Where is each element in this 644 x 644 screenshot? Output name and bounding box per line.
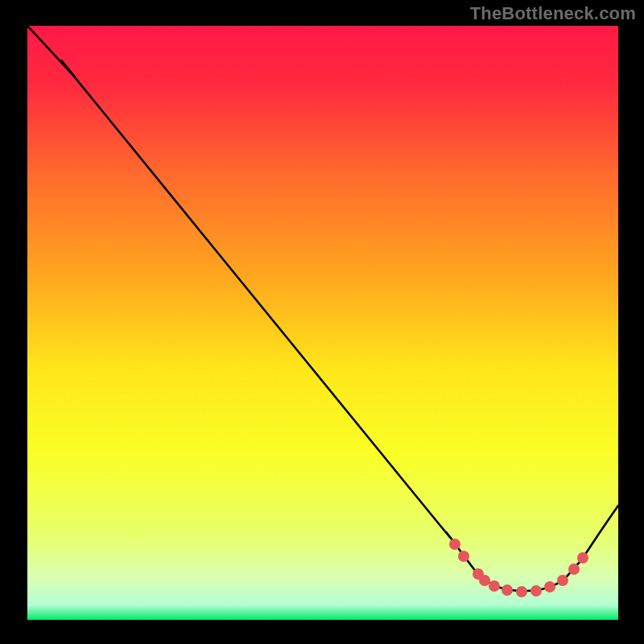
marker-point — [516, 586, 527, 597]
marker-point — [489, 580, 500, 592]
marker-point — [568, 564, 580, 575]
marker-point — [479, 575, 490, 586]
marker-point — [577, 552, 588, 564]
marker-point — [502, 584, 513, 596]
marker-point — [557, 575, 568, 586]
watermark-label: TheBottleneck.com — [470, 3, 636, 24]
chart-stage: TheBottleneck.com — [0, 0, 644, 644]
marker-point — [544, 581, 555, 592]
marker-point — [449, 539, 460, 550]
marker-point — [530, 585, 542, 597]
gradient-background — [27, 26, 618, 620]
marker-point — [458, 551, 469, 562]
chart-svg — [0, 0, 644, 644]
